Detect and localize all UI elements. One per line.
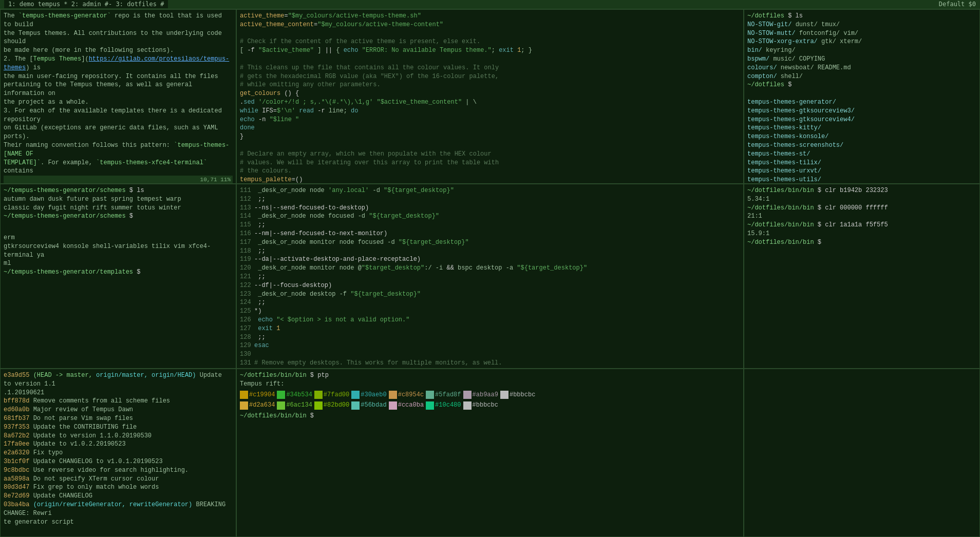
- terminal-grid: 1: demo tempus * 2: admin #- 3: dotfiles…: [0, 0, 980, 537]
- editor-content-top-middle: active_theme="$my_colours/active-tempus-…: [240, 12, 740, 184]
- pane-middle-middle: 111 _desk_or_node node 'any.local' -d "$…: [236, 184, 744, 369]
- shell-bottom-middle: ~/dotfiles/bin/bin $ ptp Tempus rift: #c…: [240, 371, 740, 420]
- editor-content-middle: 111 _desk_or_node node 'any.local' -d "$…: [240, 186, 740, 369]
- pane-bottom-middle: ~/dotfiles/bin/bin $ ptp Tempus rift: #c…: [236, 369, 744, 537]
- pane-top-left: The `tempus-themes-generator` repo is th…: [0, 9, 236, 184]
- pane-top-right: ~/dotfiles $ ls NO-STOW-git/ dunst/ tmux…: [744, 9, 980, 184]
- pane-middle-right: ~/dotfiles/bin/bin $ clr b1942b 232323 5…: [744, 184, 980, 369]
- pane-bottom-right: [744, 369, 980, 537]
- tab-bar: 1: demo tempus * 2: admin #- 3: dotfiles…: [0, 0, 980, 9]
- tab-list: 1: demo tempus * 2: admin #- 3: dotfiles…: [4, 0, 170, 9]
- shell-top-right: ~/dotfiles $ ls NO-STOW-git/ dunst/ tmux…: [747, 12, 976, 184]
- pane-bottom-left: e3a9d55 (HEAD -> master, origin/master, …: [0, 369, 236, 537]
- status-bar-top-left: 10,71 11%: [4, 176, 233, 184]
- session-name: Default $0: [939, 0, 976, 9]
- editor-content-top-left: The `tempus-themes-generator` repo is th…: [4, 12, 233, 176]
- pane-top-middle: active_theme="$my_colours/active-tempus-…: [236, 9, 744, 184]
- tab-1[interactable]: 1: demo tempus * 2: admin #- 3: dotfiles…: [4, 0, 168, 8]
- shell-middle-left: ~/tempus-themes-generator/schemes $ ls a…: [4, 186, 233, 277]
- pane-middle-left: ~/tempus-themes-generator/schemes $ ls a…: [0, 184, 236, 369]
- shell-middle-right: ~/dotfiles/bin/bin $ clr b1942b 232323 5…: [747, 186, 976, 247]
- git-log: e3a9d55 (HEAD -> master, origin/master, …: [4, 371, 233, 526]
